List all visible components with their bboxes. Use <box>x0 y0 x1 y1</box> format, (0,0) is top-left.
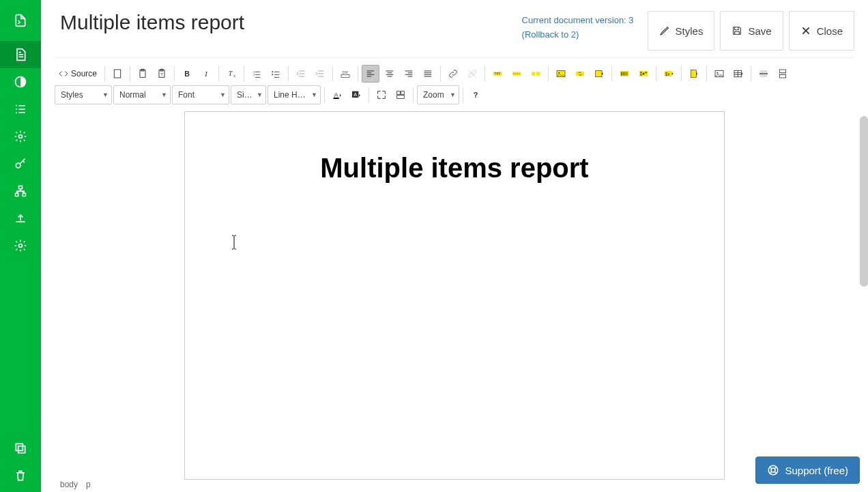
hr-button[interactable] <box>755 65 772 83</box>
svg-text:A: A <box>334 91 338 98</box>
pagebreak-button[interactable] <box>774 65 792 83</box>
link-button[interactable] <box>444 65 462 83</box>
maximize-button[interactable] <box>373 86 390 104</box>
page-template-button[interactable] <box>685 65 703 83</box>
align-center-button[interactable] <box>381 65 399 83</box>
svg-rect-37 <box>646 72 647 73</box>
insert-template-button[interactable] <box>590 65 608 83</box>
svg-point-31 <box>558 72 560 74</box>
svg-rect-39 <box>643 73 645 75</box>
unlink-button[interactable] <box>463 65 481 83</box>
svg-text:$x: $x <box>665 72 671 76</box>
document-title[interactable]: Multiple items report <box>226 153 683 184</box>
align-right-button[interactable] <box>400 65 418 83</box>
barcode-button[interactable] <box>616 65 633 83</box>
chevron-down-icon: ▼ <box>311 91 317 98</box>
numbered-list-button[interactable]: 12 <box>248 65 265 83</box>
hilite-blocks-button[interactable] <box>527 65 545 83</box>
bold-button[interactable]: B <box>178 65 196 83</box>
text-cursor <box>232 235 233 248</box>
insert-image-button[interactable] <box>552 65 570 83</box>
version-line-1: Current document version: 3 <box>522 14 634 28</box>
svg-rect-42 <box>691 70 696 78</box>
qrcode-button[interactable] <box>635 65 652 83</box>
insert-anchor-button[interactable] <box>571 65 589 83</box>
font-combo[interactable]: Font▼ <box>172 85 229 104</box>
hilite-dash-button[interactable] <box>508 65 525 83</box>
svg-rect-29 <box>536 72 540 75</box>
chevron-down-icon: ▼ <box>102 91 108 98</box>
hilite-txt-button[interactable]: TXT <box>489 65 506 83</box>
styles-combo[interactable]: Styles▼ <box>55 85 112 104</box>
currency-button[interactable]: $x <box>660 65 678 83</box>
svg-rect-33 <box>596 70 602 76</box>
svg-text:T: T <box>229 70 233 77</box>
paste-text-button[interactable]: T <box>153 65 171 83</box>
size-combo[interactable]: Size▼ <box>231 85 266 104</box>
sidebar-item-gear2[interactable] <box>0 232 41 259</box>
paste-button[interactable] <box>134 65 151 83</box>
outdent-button[interactable] <box>292 65 310 83</box>
x-icon <box>800 25 811 36</box>
text-color-button[interactable]: A <box>328 86 346 104</box>
sidebar-item-key[interactable] <box>0 150 41 177</box>
svg-rect-9 <box>114 70 120 78</box>
version-info[interactable]: Current document version: 3 (Rollback to… <box>522 11 634 42</box>
close-button[interactable]: Close <box>789 11 854 50</box>
sidebar-item-document[interactable] <box>0 41 41 68</box>
sidebar-item-contrast[interactable] <box>0 68 41 96</box>
svg-rect-7 <box>18 446 25 453</box>
breadcrumb-body[interactable]: body <box>60 480 78 489</box>
document-page[interactable]: Multiple items report <box>184 111 725 480</box>
header: Multiple items report Current document v… <box>41 0 868 57</box>
sidebar-item-sitemap[interactable] <box>0 177 41 205</box>
svg-rect-3 <box>19 186 23 189</box>
indent-button[interactable] <box>311 65 329 83</box>
scrollbar[interactable] <box>860 116 868 287</box>
svg-text:2: 2 <box>253 73 255 76</box>
format-combo[interactable]: Normal▼ <box>113 85 171 104</box>
svg-point-6 <box>19 244 23 248</box>
svg-point-57 <box>771 468 775 472</box>
svg-rect-52 <box>397 91 401 95</box>
sidebar-item-trash[interactable] <box>0 462 41 489</box>
source-button[interactable]: Source <box>55 65 101 83</box>
svg-text:DIV: DIV <box>343 71 349 74</box>
svg-text:x: x <box>233 74 235 78</box>
svg-rect-38 <box>640 74 641 76</box>
sidebar-logo[interactable] <box>0 0 41 41</box>
save-button[interactable]: Save <box>720 11 783 50</box>
breadcrumb-p[interactable]: p <box>86 480 91 489</box>
align-justify-button[interactable] <box>419 65 437 83</box>
breadcrumb: body p <box>60 480 91 489</box>
div-button[interactable]: DIV <box>336 65 354 83</box>
svg-point-1 <box>19 135 23 139</box>
svg-text:?: ? <box>474 91 478 99</box>
sidebar-item-list[interactable] <box>0 96 41 123</box>
svg-rect-36 <box>640 72 641 73</box>
help-button[interactable]: ? <box>467 86 484 104</box>
editor-canvas[interactable]: Multiple items report <box>55 111 854 492</box>
italic-button[interactable]: I <box>197 65 215 83</box>
svg-rect-4 <box>16 193 18 196</box>
styles-button[interactable]: Styles <box>648 11 715 50</box>
image-button[interactable] <box>710 65 728 83</box>
bullet-list-button[interactable] <box>267 65 285 83</box>
sidebar-item-copy[interactable] <box>0 435 41 462</box>
support-button[interactable]: Support (free) <box>755 457 860 484</box>
svg-rect-5 <box>23 193 25 196</box>
bg-color-button[interactable]: A <box>347 86 365 104</box>
chevron-down-icon: ▼ <box>161 91 167 98</box>
new-page-button[interactable] <box>108 65 126 83</box>
sidebar-item-gear1[interactable] <box>0 123 41 150</box>
zoom-combo[interactable]: Zoom▼ <box>417 85 459 104</box>
table-button[interactable] <box>729 65 747 83</box>
show-blocks-button[interactable] <box>392 86 409 104</box>
chevron-down-icon: ▼ <box>257 91 263 98</box>
align-left-button[interactable] <box>362 65 379 83</box>
sidebar-item-upload[interactable] <box>0 205 41 232</box>
lineheight-combo[interactable]: Line Hei...▼ <box>267 85 321 104</box>
svg-text:B: B <box>184 70 190 78</box>
remove-format-button[interactable]: Tx <box>222 65 240 83</box>
svg-rect-46 <box>779 70 785 73</box>
